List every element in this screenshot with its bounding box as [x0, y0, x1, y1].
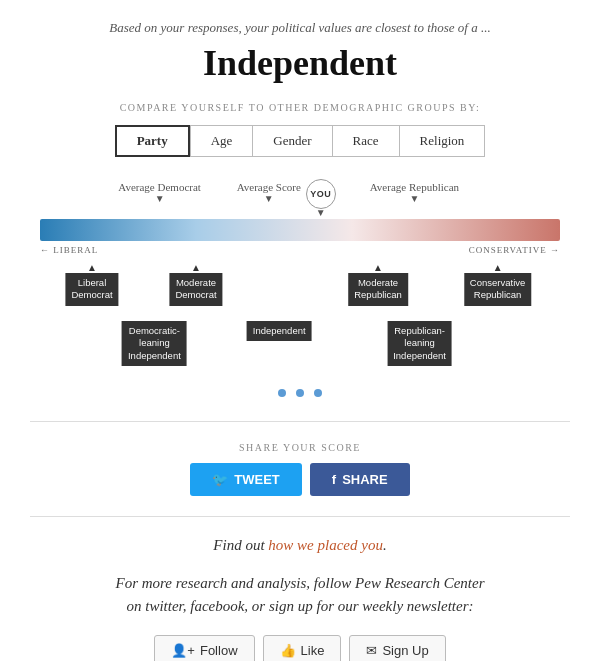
gradient-bar: [40, 219, 560, 241]
party-labels: ▲ LiberalDemocrat ▲ ModerateDemocrat ▲ M…: [40, 273, 560, 363]
marker-labels: Average Democrat▼ Average Score▼ YOU ▼ A…: [40, 181, 560, 217]
compare-label: COMPARE YOURSELF TO OTHER DEMOGRAPHIC GR…: [30, 102, 570, 113]
tab-race[interactable]: Race: [332, 125, 399, 157]
conservative-label: CONSERVATIVE: [469, 245, 560, 255]
bottom-text: For more research and analysis, follow P…: [30, 572, 570, 617]
lib-con-labels: LIBERAL CONSERVATIVE: [40, 245, 560, 255]
like-button[interactable]: 👍 Like: [263, 635, 342, 661]
like-icon: 👍: [280, 643, 296, 658]
follow-label: Follow: [200, 643, 238, 658]
marker-avg-democrat: Average Democrat▼: [118, 181, 201, 204]
follow-icon: 👤+: [171, 643, 195, 658]
tab-gender[interactable]: Gender: [252, 125, 331, 157]
dot-1: [278, 389, 286, 397]
marker-avg-republican: Average Republican▼: [370, 181, 459, 204]
main-heading: Independent: [30, 42, 570, 84]
spectrum-section: Average Democrat▼ Average Score▼ YOU ▼ A…: [40, 181, 560, 363]
divider-2: [30, 516, 570, 517]
find-out-link[interactable]: how we placed you: [268, 537, 383, 553]
share-buttons: 🐦 TWEET f SHARE: [30, 463, 570, 496]
dots: [30, 383, 570, 401]
find-out-suffix: .: [383, 537, 387, 553]
like-label: Like: [301, 643, 325, 658]
tweet-button[interactable]: 🐦 TWEET: [190, 463, 302, 496]
page-wrapper: Based on your responses, your political …: [0, 0, 600, 661]
facebook-share-button[interactable]: f SHARE: [310, 463, 410, 496]
tab-religion[interactable]: Religion: [399, 125, 486, 157]
share-label-btn: SHARE: [342, 472, 388, 487]
label-conservative-republican: ▲ ConservativeRepublican: [464, 273, 531, 306]
dot-3: [314, 389, 322, 397]
tab-party[interactable]: Party: [115, 125, 190, 157]
find-out-prefix: Find out: [213, 537, 268, 553]
share-label: SHARE YOUR SCORE: [30, 442, 570, 453]
follow-button[interactable]: 👤+ Follow: [154, 635, 254, 661]
marker-avg-score: Average Score▼: [237, 181, 301, 204]
liberal-label: LIBERAL: [40, 245, 98, 255]
label-rep-leaning-independent: Republican-leaningIndependent: [387, 321, 452, 366]
envelope-icon: ✉: [366, 643, 377, 658]
facebook-icon: f: [332, 472, 336, 487]
signup-button[interactable]: ✉ Sign Up: [349, 635, 445, 661]
signup-label: Sign Up: [382, 643, 428, 658]
label-independent: Independent: [247, 321, 312, 341]
share-section: SHARE YOUR SCORE 🐦 TWEET f SHARE: [30, 442, 570, 496]
tab-age[interactable]: Age: [190, 125, 253, 157]
label-moderate-democrat: ▲ ModerateDemocrat: [169, 273, 222, 306]
tabs-container: Party Age Gender Race Religion: [30, 125, 570, 157]
divider-1: [30, 421, 570, 422]
subtitle: Based on your responses, your political …: [30, 20, 570, 36]
you-bubble: YOU ▼: [306, 179, 336, 218]
label-dem-leaning-independent: Democratic-leaningIndependent: [122, 321, 187, 366]
twitter-icon: 🐦: [212, 472, 228, 487]
tweet-label: TWEET: [234, 472, 280, 487]
social-buttons: 👤+ Follow 👍 Like ✉ Sign Up: [30, 635, 570, 661]
dot-2: [296, 389, 304, 397]
label-moderate-republican: ▲ ModerateRepublican: [348, 273, 408, 306]
label-liberal-democrat: ▲ LiberalDemocrat: [65, 273, 118, 306]
you-label: YOU: [306, 179, 336, 209]
find-out: Find out how we placed you.: [30, 537, 570, 554]
